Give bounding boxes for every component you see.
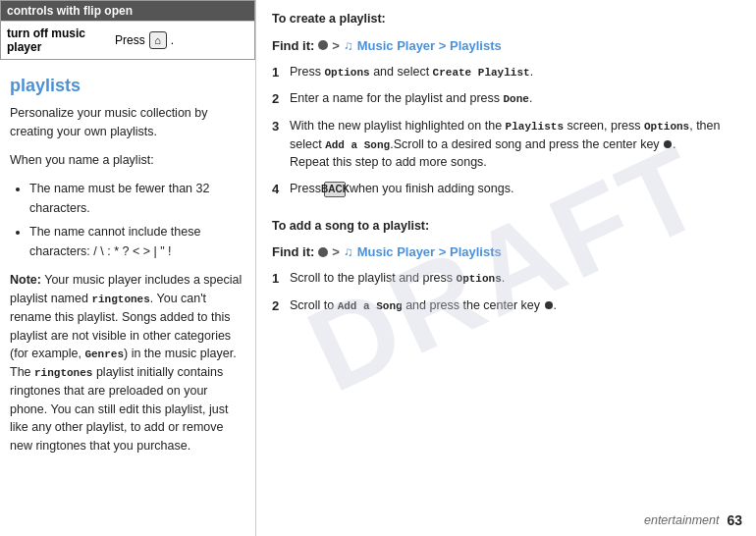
step-num-4: 4 [272, 180, 290, 199]
add-song-bold-2: Add a Song [338, 300, 403, 312]
step-1: 1 Press Options and select Create Playli… [272, 63, 742, 82]
right-column: DRAFT To create a playlist: Find it: > ♫… [255, 0, 756, 536]
step-3: 3 With the new playlist highlighted on t… [272, 117, 742, 172]
back-icon: BACK [324, 182, 346, 197]
controls-table: controls with flip open turn off music p… [0, 0, 255, 60]
step-num-2: 2 [272, 89, 290, 109]
options-bold-2: Options [644, 121, 689, 133]
add-step-1: 1 Scroll to the playlist and press Optio… [272, 269, 742, 289]
left-column: controls with flip open turn off music p… [0, 0, 255, 536]
add-step-content-1: Scroll to the playlist and press Options… [290, 269, 742, 289]
dot-icon-2 [318, 247, 328, 257]
list-item: The name must be fewer than 32 character… [29, 179, 245, 218]
note-text: Note: Your music player includes a speci… [10, 271, 245, 456]
ringtones-inline2: ringtones [34, 367, 92, 379]
step-content-1: Press Options and select Create Playlist… [290, 63, 742, 82]
note-label: Note: [10, 273, 41, 287]
options-bold-3: Options [457, 273, 502, 285]
find-it-label-1: Find it: [272, 38, 314, 53]
add-step-2: 2 Scroll to Add a Song and press the cen… [272, 296, 742, 316]
create-heading-bold: To create a playlist: [272, 12, 386, 26]
add-song-bold: Add a Song [325, 139, 390, 151]
step-content-2: Enter a name for the playlist and press … [290, 89, 742, 109]
press-text: Press [115, 33, 145, 47]
create-heading: To create a playlist: [272, 10, 742, 28]
arrow-icon-2: > [332, 244, 340, 259]
bullet-list: The name must be fewer than 32 character… [29, 179, 245, 261]
step-content-3: With the new playlist highlighted on the… [290, 117, 742, 172]
control-label: turn off music player [1, 22, 109, 59]
left-content: playlists Personalize your music collect… [0, 76, 255, 456]
playlists-bold: Playlists [506, 121, 564, 133]
music-icon: ♫ [344, 38, 353, 53]
create-playlist-bold: Create Playlist [433, 67, 530, 79]
step-4: 4 Press BACK when you finish adding song… [272, 180, 742, 199]
add-step-num-2: 2 [272, 296, 290, 316]
find-it-path-text-2: Music Player > Playlists [357, 244, 502, 259]
center-dot-1 [664, 140, 672, 148]
when-label: When you name a playlist: [10, 151, 245, 170]
list-item: The name cannot include these characters… [29, 222, 245, 261]
repeat-text: Repeat this step to add more songs. [290, 155, 487, 169]
options-bold-1: Options [324, 67, 369, 79]
controls-header: controls with flip open [1, 1, 254, 21]
center-dot-2 [545, 301, 553, 309]
section-title: playlists [10, 76, 245, 96]
add-step-num-1: 1 [272, 269, 290, 289]
controls-row: turn off music player Press ⌂ . [1, 21, 254, 59]
key-icon: ⌂ [149, 31, 167, 49]
create-steps: 1 Press Options and select Create Playli… [272, 63, 742, 207]
dot-icon-1 [318, 40, 328, 50]
find-it-path-1: Find it: > ♫ Music Player > Playlists [272, 38, 742, 53]
step-content-4: Press BACK when you finish adding songs. [290, 180, 742, 199]
find-it-path-text-1: Music Player > Playlists [357, 38, 502, 53]
step-num-1: 1 [272, 63, 290, 82]
arrow-icon-1: > [332, 38, 340, 53]
intro-text: Personalize your music collection by cre… [10, 104, 245, 141]
period: . [171, 33, 174, 47]
footer-label: entertainment [644, 513, 719, 527]
footer: entertainment 63 [644, 512, 742, 528]
step-2: 2 Enter a name for the playlist and pres… [272, 89, 742, 109]
control-value: Press ⌂ . [109, 22, 180, 59]
add-step-content-2: Scroll to Add a Song and press the cente… [290, 296, 742, 316]
add-steps: 1 Scroll to the playlist and press Optio… [272, 269, 742, 323]
music-icon-2: ♫ [344, 244, 353, 259]
find-it-label-2: Find it: [272, 244, 314, 259]
done-bold: Done [503, 93, 528, 105]
genres-inline: Genres [84, 348, 124, 360]
add-heading-bold: To add a song to a playlist: [272, 219, 429, 233]
add-heading: To add a song to a playlist: [272, 217, 742, 236]
step-num-3: 3 [272, 117, 290, 172]
find-it-path-2: Find it: > ♫ Music Player > Playlists [272, 244, 742, 259]
ringtones-inline: ringtones [91, 294, 149, 305]
page-number: 63 [727, 512, 742, 528]
